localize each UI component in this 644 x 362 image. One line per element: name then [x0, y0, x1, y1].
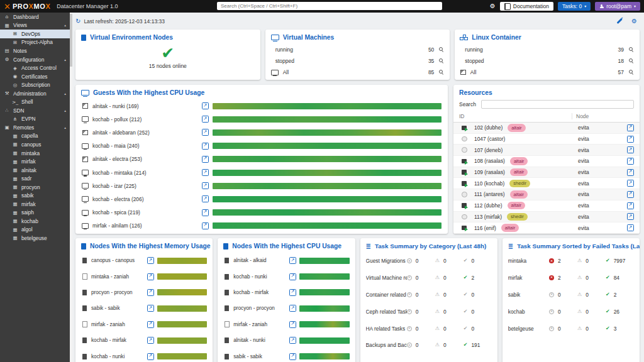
sidebar-item[interactable]: ◈ Access Control: [0, 63, 70, 72]
external-link-icon[interactable]: [202, 129, 209, 136]
external-link-icon[interactable]: [202, 143, 209, 150]
external-link-icon[interactable]: [289, 273, 296, 280]
error-stat[interactable]: 0: [407, 275, 435, 281]
external-link-icon[interactable]: [202, 169, 209, 176]
resource-row[interactable]: 110 (kochab) shedir evita: [453, 178, 640, 189]
search-icon[interactable]: [438, 70, 444, 75]
collapse-caret-icon[interactable]: ▴: [64, 109, 66, 112]
gear-icon[interactable]: ⚙: [490, 3, 496, 9]
external-link-icon[interactable]: [202, 116, 209, 123]
sidebar-item[interactable]: ⊞ Project-Alpha: [0, 38, 70, 47]
warning-stat[interactable]: ⚠0: [435, 258, 464, 264]
error-stat[interactable]: 0: [407, 258, 435, 264]
sidebar-item[interactable]: ◎ Subscription: [0, 80, 70, 89]
error-stat[interactable]: 0: [549, 326, 577, 332]
external-link-icon[interactable]: [289, 305, 296, 312]
error-stat[interactable]: 0: [407, 292, 435, 298]
sidebar-item[interactable]: ◉ Certificates: [0, 72, 70, 81]
sidebar-item[interactable]: ▦ sabik: [0, 191, 70, 200]
ok-stat[interactable]: ✔191: [464, 342, 492, 348]
external-link-icon[interactable]: [147, 257, 154, 264]
external-link-icon[interactable]: [147, 353, 154, 360]
ok-stat[interactable]: ✔3: [606, 326, 634, 332]
warning-stat[interactable]: ⚠0: [577, 292, 606, 298]
warning-stat[interactable]: ⚠0: [577, 309, 606, 315]
sidebar-item[interactable]: ⚙ Configuration ▴: [0, 55, 70, 64]
resource-row[interactable]: 112 (dubhe) altair evita: [453, 200, 640, 212]
external-link-icon[interactable]: [147, 273, 154, 280]
sidebar-item[interactable]: ▦ procyon: [0, 183, 70, 192]
sidebar-item[interactable]: ∴ SDN ▴: [0, 106, 70, 115]
external-link-icon[interactable]: [627, 124, 634, 131]
ok-stat[interactable]: ✔0: [464, 292, 492, 298]
external-link-icon[interactable]: [147, 321, 154, 328]
sidebar-item[interactable]: ▦ canopus: [0, 140, 70, 149]
ok-stat[interactable]: ✔0: [464, 309, 492, 315]
external-link-icon[interactable]: [202, 182, 209, 189]
resource-row[interactable]: 116 (enif) altair evita: [453, 222, 640, 234]
sidebar-item[interactable]: >_ Shell: [0, 97, 70, 106]
error-stat[interactable]: 0: [407, 326, 435, 332]
external-link-icon[interactable]: [627, 180, 634, 187]
sidebar-item[interactable]: ▣ Remotes ▴: [0, 123, 70, 132]
external-link-icon[interactable]: [202, 195, 209, 202]
resource-row[interactable]: 107 (deneb) evita: [453, 145, 640, 156]
sidebar-item[interactable]: ▦ betelgeuse: [0, 234, 70, 243]
external-link-icon[interactable]: [289, 321, 296, 328]
sidebar-item[interactable]: ▦ sadr: [0, 174, 70, 183]
resource-row[interactable]: 113 (mirfak) shedir evita: [453, 212, 640, 223]
external-link-icon[interactable]: [627, 136, 634, 143]
error-stat[interactable]: 0: [549, 292, 577, 298]
user-menu-button[interactable]: root@pam▾: [595, 2, 640, 11]
column-header-id[interactable]: ID: [459, 113, 572, 119]
external-link-icon[interactable]: [627, 158, 634, 165]
external-link-icon[interactable]: [289, 353, 296, 360]
resources-search-input[interactable]: [481, 100, 634, 109]
warning-stat[interactable]: ⚠0: [435, 342, 464, 348]
warning-stat[interactable]: ⚠0: [435, 292, 464, 298]
sidebar-item[interactable]: ▦ kochab: [0, 217, 70, 226]
warning-stat[interactable]: ⚠0: [435, 275, 464, 281]
collapse-caret-icon[interactable]: ▴: [64, 58, 66, 62]
sidebar-item[interactable]: ▦ mirfak: [0, 157, 70, 166]
external-link-icon[interactable]: [147, 337, 154, 344]
sidebar-item[interactable]: ⚒ Administration ▴: [0, 89, 70, 98]
collapse-caret-icon[interactable]: ▴: [64, 92, 66, 96]
external-link-icon[interactable]: [627, 202, 634, 209]
global-search-input[interactable]: [217, 2, 442, 10]
sidebar-item[interactable]: ▦ mirfak: [0, 200, 70, 209]
warning-stat[interactable]: ⚠0: [435, 326, 464, 332]
documentation-button[interactable]: Documentation: [500, 2, 553, 11]
error-stat[interactable]: 2: [549, 258, 577, 264]
external-link-icon[interactable]: [147, 305, 154, 312]
resource-row[interactable]: 109 (rasalas) altair evita: [453, 167, 640, 178]
sidebar-item[interactable]: ▦ algol: [0, 226, 70, 234]
external-link-icon[interactable]: [627, 224, 634, 231]
resource-row[interactable]: 108 (rasalas) altair evita: [453, 156, 640, 167]
ok-stat[interactable]: ✔84: [606, 275, 634, 281]
sidebar-item[interactable]: ▦ saiph: [0, 209, 70, 217]
search-icon[interactable]: [628, 58, 634, 64]
search-icon[interactable]: [628, 70, 634, 75]
sidebar-item[interactable]: ▦ mintaka: [0, 149, 70, 158]
sidebar-item[interactable]: ⋔ EVPN: [0, 115, 70, 124]
ok-stat[interactable]: ✔0: [464, 326, 492, 332]
ok-stat[interactable]: ✔0: [464, 258, 492, 264]
external-link-icon[interactable]: [289, 257, 296, 264]
error-stat[interactable]: 2: [549, 275, 577, 281]
sidebar-item[interactable]: ▦ alnitak: [0, 166, 70, 175]
error-stat[interactable]: 0: [549, 309, 577, 315]
external-link-icon[interactable]: [202, 156, 209, 163]
external-link-icon[interactable]: [627, 169, 634, 176]
edit-dashboard-icon[interactable]: [617, 18, 623, 24]
ok-stat[interactable]: ✔2: [606, 292, 634, 298]
external-link-icon[interactable]: [289, 337, 296, 344]
external-link-icon[interactable]: [147, 289, 154, 296]
warning-stat[interactable]: ⚠0: [577, 326, 606, 332]
refresh-icon[interactable]: ↻: [75, 18, 80, 25]
search-icon[interactable]: [438, 58, 444, 64]
column-header-node[interactable]: Node: [572, 113, 624, 119]
resource-row[interactable]: 1047 (castor) evita: [453, 134, 640, 145]
resource-row[interactable]: 102 (dubhe) altair evita: [453, 123, 640, 134]
warning-stat[interactable]: ⚠0: [435, 309, 464, 315]
